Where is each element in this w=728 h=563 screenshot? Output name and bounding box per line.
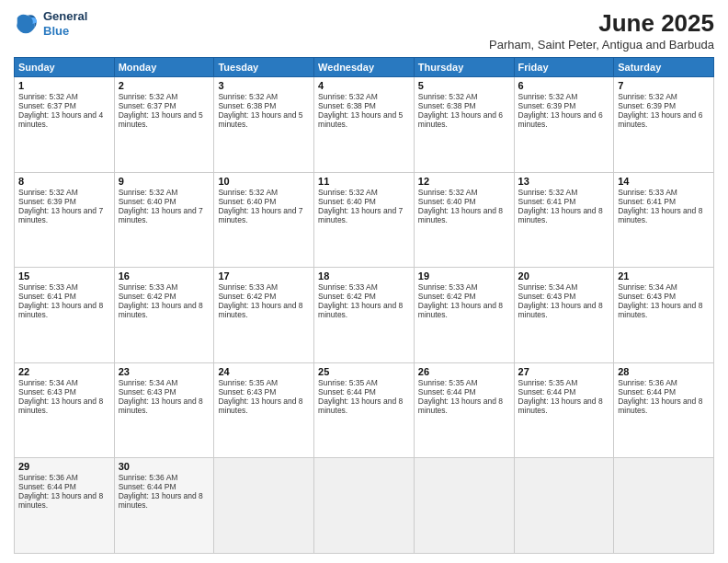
sunset-text: Sunset: 6:40 PM: [418, 197, 510, 206]
sunset-text: Sunset: 6:39 PM: [18, 197, 110, 206]
daylight-text: Daylight: 13 hours and 6 minutes.: [518, 110, 610, 129]
sunset-text: Sunset: 6:40 PM: [119, 197, 210, 206]
day-number: 2: [119, 80, 210, 91]
sunrise-text: Sunrise: 5:33 AM: [119, 282, 210, 292]
sunset-text: Sunset: 6:44 PM: [119, 482, 210, 491]
day-number: 20: [518, 270, 610, 282]
table-row: 28Sunrise: 5:36 AMSunset: 6:44 PMDayligh…: [614, 362, 714, 458]
calendar-week-row: 1Sunrise: 5:32 AMSunset: 6:37 PMDaylight…: [15, 77, 714, 173]
sunset-text: Sunset: 6:44 PM: [618, 387, 710, 396]
table-row: 20Sunrise: 5:34 AMSunset: 6:43 PMDayligh…: [514, 268, 614, 363]
table-row: 6Sunrise: 5:32 AMSunset: 6:39 PMDaylight…: [514, 77, 614, 173]
calendar-header-row: Sunday Monday Tuesday Wednesday Thursday…: [15, 58, 714, 77]
day-number: 23: [119, 366, 210, 377]
page: General Blue June 2025 Parham, Saint Pet…: [0, 0, 728, 563]
daylight-text: Daylight: 13 hours and 8 minutes.: [418, 301, 510, 319]
sunset-text: Sunset: 6:40 PM: [218, 197, 310, 206]
day-number: 30: [119, 461, 210, 472]
daylight-text: Daylight: 13 hours and 8 minutes.: [618, 206, 710, 224]
daylight-text: Daylight: 13 hours and 8 minutes.: [318, 396, 410, 415]
day-number: 11: [318, 176, 410, 187]
day-number: 7: [618, 80, 710, 91]
sunset-text: Sunset: 6:39 PM: [518, 101, 610, 110]
day-number: 26: [418, 366, 510, 377]
table-row: 2Sunrise: 5:32 AMSunset: 6:37 PMDaylight…: [114, 77, 214, 173]
daylight-text: Daylight: 13 hours and 5 minutes.: [218, 110, 310, 129]
day-number: 16: [119, 270, 210, 282]
day-number: 22: [18, 366, 110, 377]
sunset-text: Sunset: 6:41 PM: [618, 197, 710, 206]
sunrise-text: Sunrise: 5:34 AM: [518, 282, 610, 292]
daylight-text: Daylight: 13 hours and 7 minutes.: [18, 206, 110, 224]
sunrise-text: Sunrise: 5:32 AM: [119, 188, 210, 197]
table-row: 16Sunrise: 5:33 AMSunset: 6:42 PMDayligh…: [114, 268, 214, 363]
sunrise-text: Sunrise: 5:33 AM: [618, 188, 710, 197]
header: General Blue June 2025 Parham, Saint Pet…: [14, 9, 714, 52]
daylight-text: Daylight: 13 hours and 6 minutes.: [418, 110, 510, 129]
col-thursday: Thursday: [414, 58, 514, 77]
location-title: Parham, Saint Peter, Antigua and Barbuda: [489, 38, 714, 52]
logo: General Blue: [14, 9, 87, 38]
sunset-text: Sunset: 6:44 PM: [18, 482, 110, 491]
sunrise-text: Sunrise: 5:32 AM: [218, 188, 310, 197]
table-row: 7Sunrise: 5:32 AMSunset: 6:39 PMDaylight…: [614, 77, 714, 173]
table-row: 13Sunrise: 5:32 AMSunset: 6:41 PMDayligh…: [514, 172, 614, 268]
table-row: 9Sunrise: 5:32 AMSunset: 6:40 PMDaylight…: [114, 172, 214, 268]
daylight-text: Daylight: 13 hours and 7 minutes.: [218, 206, 310, 224]
sunrise-text: Sunrise: 5:34 AM: [119, 378, 210, 387]
sunrise-text: Sunrise: 5:34 AM: [18, 378, 110, 387]
sunrise-text: Sunrise: 5:33 AM: [18, 282, 110, 292]
sunrise-text: Sunrise: 5:32 AM: [18, 188, 110, 197]
daylight-text: Daylight: 13 hours and 8 minutes.: [18, 491, 110, 510]
day-number: 27: [518, 366, 610, 377]
table-row: 8Sunrise: 5:32 AMSunset: 6:39 PMDaylight…: [15, 172, 115, 268]
daylight-text: Daylight: 13 hours and 8 minutes.: [418, 396, 510, 415]
day-number: 12: [418, 176, 510, 187]
table-row: 18Sunrise: 5:33 AMSunset: 6:42 PMDayligh…: [314, 268, 415, 363]
sunset-text: Sunset: 6:41 PM: [18, 292, 110, 301]
sunset-text: Sunset: 6:44 PM: [318, 387, 410, 396]
calendar-week-row: 8Sunrise: 5:32 AMSunset: 6:39 PMDaylight…: [15, 172, 714, 268]
day-number: 6: [518, 80, 610, 91]
table-row: 3Sunrise: 5:32 AMSunset: 6:38 PMDaylight…: [214, 77, 314, 173]
daylight-text: Daylight: 13 hours and 8 minutes.: [18, 301, 110, 319]
col-friday: Friday: [514, 58, 614, 77]
sunset-text: Sunset: 6:38 PM: [218, 101, 310, 110]
calendar-table: Sunday Monday Tuesday Wednesday Thursday…: [14, 57, 714, 554]
sunset-text: Sunset: 6:37 PM: [18, 101, 110, 110]
table-row: 30Sunrise: 5:36 AMSunset: 6:44 PMDayligh…: [114, 458, 214, 554]
table-row: [414, 458, 514, 554]
day-number: 1: [18, 80, 110, 91]
col-monday: Monday: [114, 58, 214, 77]
sunrise-text: Sunrise: 5:32 AM: [418, 188, 510, 197]
sunrise-text: Sunrise: 5:35 AM: [218, 378, 310, 387]
table-row: 25Sunrise: 5:35 AMSunset: 6:44 PMDayligh…: [314, 362, 415, 458]
sunrise-text: Sunrise: 5:32 AM: [218, 92, 310, 101]
day-number: 13: [518, 176, 610, 187]
day-number: 9: [119, 176, 210, 187]
col-saturday: Saturday: [614, 58, 714, 77]
sunset-text: Sunset: 6:43 PM: [618, 292, 710, 301]
table-row: 1Sunrise: 5:32 AMSunset: 6:37 PMDaylight…: [15, 77, 115, 173]
daylight-text: Daylight: 13 hours and 4 minutes.: [18, 110, 110, 129]
sunset-text: Sunset: 6:42 PM: [218, 292, 310, 301]
day-number: 25: [318, 366, 410, 377]
table-row: 22Sunrise: 5:34 AMSunset: 6:43 PMDayligh…: [15, 362, 115, 458]
col-tuesday: Tuesday: [214, 58, 314, 77]
day-number: 17: [218, 270, 310, 282]
day-number: 14: [618, 176, 710, 187]
table-row: 19Sunrise: 5:33 AMSunset: 6:42 PMDayligh…: [414, 268, 514, 363]
calendar-week-row: 15Sunrise: 5:33 AMSunset: 6:41 PMDayligh…: [15, 268, 714, 363]
table-row: 26Sunrise: 5:35 AMSunset: 6:44 PMDayligh…: [414, 362, 514, 458]
calendar-week-row: 22Sunrise: 5:34 AMSunset: 6:43 PMDayligh…: [15, 362, 714, 458]
daylight-text: Daylight: 13 hours and 5 minutes.: [318, 110, 410, 129]
sunset-text: Sunset: 6:41 PM: [518, 197, 610, 206]
sunrise-text: Sunrise: 5:32 AM: [119, 92, 210, 101]
sunrise-text: Sunrise: 5:35 AM: [518, 378, 610, 387]
table-row: 24Sunrise: 5:35 AMSunset: 6:43 PMDayligh…: [214, 362, 314, 458]
day-number: 5: [418, 80, 510, 91]
day-number: 18: [318, 270, 410, 282]
table-row: 27Sunrise: 5:35 AMSunset: 6:44 PMDayligh…: [514, 362, 614, 458]
daylight-text: Daylight: 13 hours and 8 minutes.: [318, 301, 410, 319]
daylight-text: Daylight: 13 hours and 8 minutes.: [518, 301, 610, 319]
